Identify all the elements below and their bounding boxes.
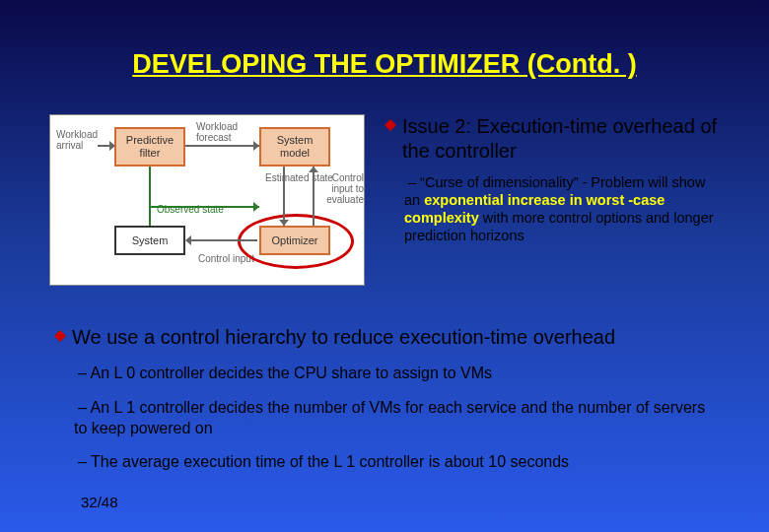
arrow-head [309,166,318,172]
lower-sub-1: – An L 0 controller decides the CPU shar… [74,364,715,384]
diamond-bullet-icon [384,119,396,131]
page-number: 32/48 [81,494,118,510]
arrow [313,166,315,226]
issue-block: Issue 2: Execution-time overhead of the … [384,114,725,245]
lower-main: We use a control hierarchy to reduce exe… [72,325,615,350]
svg-marker-0 [384,119,396,131]
arrow-head [279,220,289,226]
diamond-bullet-icon [54,330,66,342]
label-workload-arrival: Workload arrival [56,129,104,151]
box-system-model: System model [259,127,330,166]
lower-sub-3: – The average execution time of the L 1 … [74,452,715,473]
box-system: System [114,226,185,255]
arrow-head [253,202,259,212]
lower-block: We use a control hierarchy to reduce exe… [54,325,715,473]
arrow-observed [149,166,151,226]
arrow [283,166,285,226]
slide-title: DEVELOPING THE OPTIMIZER (Contd. ) [0,49,769,80]
svg-marker-1 [54,330,66,342]
arrow-observed [149,206,259,208]
label-control-input: Control input [198,253,254,264]
issue-subbullet: – “Curse of dimensionality” - Problem wi… [404,173,725,245]
box-optimizer: Optimizer [259,226,330,255]
arrow [188,239,257,241]
label-control-input-eval: Control input to evaluate [321,172,364,205]
label-workload-forecast: Workload forecast [196,121,247,143]
arrow-head [185,235,191,245]
lower-sub-2: – An L 1 controller decides the number o… [74,398,715,439]
issue-heading: Issue 2: Execution-time overhead of the … [402,114,725,164]
box-predictive-filter: Predictive filter [114,127,185,166]
arrow [185,145,259,147]
arrow-head [253,141,259,151]
control-loop-diagram: Workload arrival Predictive filter Workl… [49,114,365,286]
arrow-head [109,141,115,151]
